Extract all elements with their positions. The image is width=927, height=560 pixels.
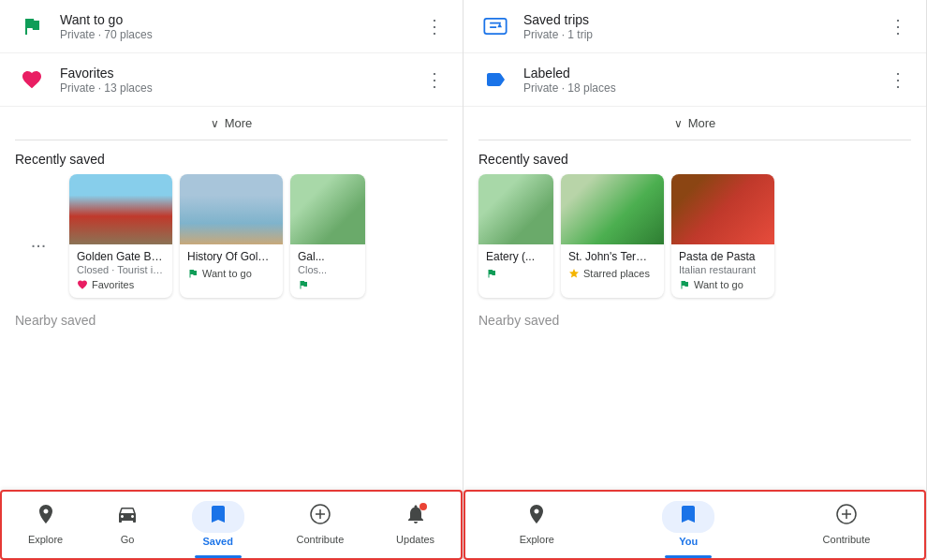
right-nav-explore[interactable]: Explore: [508, 499, 566, 549]
right-nav-you-label: You: [679, 536, 698, 547]
left-panel: Want to go Private · 70 places ⋮ Favorit…: [0, 0, 464, 560]
left-card-golden-gate[interactable]: Golden Gate Bridge... Closed · Tourist i…: [69, 174, 172, 298]
right-contribute-icon: [835, 503, 858, 531]
left-card-placeholder: ...: [15, 174, 62, 298]
pasta-title: Pasta de Pasta: [679, 250, 767, 263]
saved-trips-title: Saved trips: [523, 12, 885, 27]
eatery-title: Eatery (...: [486, 250, 546, 263]
want-to-go-more-icon[interactable]: ⋮: [421, 11, 448, 41]
saved-icon: [207, 503, 229, 531]
golden-gate-title: Golden Gate Bridge...: [77, 250, 165, 263]
contribute-icon: [309, 503, 331, 531]
want-to-go-subtitle: Private · 70 places: [60, 28, 421, 41]
want-to-go-title: Want to go: [60, 12, 421, 27]
left-content: Want to go Private · 70 places ⋮ Favorit…: [0, 0, 463, 490]
labeled-icon: [478, 63, 512, 96]
history-title: History Of Golden G...: [187, 250, 275, 263]
left-nav-explore-label: Explore: [28, 534, 63, 545]
gallery-title: Gal...: [298, 250, 358, 263]
st-johns-body: St. John's Terminal Starred places: [561, 244, 664, 287]
left-nav-saved-label: Saved: [203, 536, 233, 547]
right-card-eatery[interactable]: Eatery (...: [478, 174, 553, 298]
eatery-image: [478, 174, 553, 244]
left-more-label: More: [225, 116, 253, 130]
labeled-more-icon[interactable]: ⋮: [885, 65, 911, 95]
left-bottom-nav: Explore Go Saved Contribute: [0, 490, 463, 560]
right-cards-scroll: Eatery (... St. John's Terminal Starred …: [464, 174, 926, 305]
right-bottom-nav: Explore You Contribute: [464, 490, 926, 560]
saved-trips-item[interactable]: Saved trips Private · 1 trip ⋮: [464, 0, 926, 53]
st-johns-image: [561, 174, 664, 244]
st-johns-tag: Starred places: [568, 268, 656, 279]
left-more-chevron-icon: ∨: [211, 117, 219, 130]
saved-underline: [195, 555, 242, 558]
eatery-tag: [486, 268, 546, 279]
golden-gate-image: [69, 174, 172, 244]
right-nav-you[interactable]: You: [651, 497, 726, 551]
labeled-subtitle: Private · 18 places: [523, 81, 885, 95]
want-to-go-text: Want to go Private · 70 places: [60, 12, 421, 41]
right-more-chevron-icon: ∨: [674, 117, 683, 130]
st-johns-tag-label: Starred places: [583, 268, 650, 279]
pasta-tag: Want to go: [679, 279, 767, 290]
left-nav-explore[interactable]: Explore: [17, 499, 74, 549]
golden-gate-body: Golden Gate Bridge... Closed · Tourist i…: [69, 244, 172, 298]
pasta-tag-label: Want to go: [694, 279, 743, 290]
pasta-body: Pasta de Pasta Italian restaurant Want t…: [671, 244, 774, 298]
left-nearby-saved-partial: Nearby saved: [0, 305, 463, 332]
favorites-more-icon[interactable]: ⋮: [421, 65, 448, 95]
favorites-icon: [15, 63, 49, 96]
you-underline: [665, 555, 712, 558]
right-nav-contribute[interactable]: Contribute: [812, 499, 882, 549]
history-tag-label: Want to go: [202, 268, 252, 279]
right-nav-contribute-label: Contribute: [823, 534, 871, 545]
left-card-gallery[interactable]: Gal... Clos...: [290, 174, 365, 298]
want-to-go-icon: [15, 9, 49, 43]
golden-gate-tag: Favorites: [77, 279, 165, 290]
golden-gate-tag-label: Favorites: [92, 279, 134, 290]
left-card-history[interactable]: History Of Golden G... Want to go: [180, 174, 283, 298]
right-card-st-johns[interactable]: St. John's Terminal Starred places: [561, 174, 664, 298]
golden-gate-subtitle: Closed · Tourist informat...: [77, 264, 165, 275]
saved-trips-icon: [478, 9, 512, 43]
pasta-subtitle: Italian restaurant: [679, 264, 767, 275]
right-explore-icon: [525, 503, 548, 531]
pasta-image: [671, 174, 774, 244]
favorites-item[interactable]: Favorites Private · 13 places ⋮: [0, 53, 463, 107]
right-panel: Saved trips Private · 1 trip ⋮ Labeled P…: [464, 0, 927, 560]
labeled-text: Labeled Private · 18 places: [523, 66, 885, 95]
favorites-subtitle: Private · 13 places: [60, 81, 421, 95]
left-cards-scroll: ... Golden Gate Bridge... Closed · Touri…: [0, 174, 463, 305]
saved-active-bg: [192, 501, 244, 533]
right-card-pasta[interactable]: Pasta de Pasta Italian restaurant Want t…: [671, 174, 774, 298]
left-nav-updates-label: Updates: [396, 534, 434, 545]
gallery-subtitle: Clos...: [298, 264, 358, 275]
history-body: History Of Golden G... Want to go: [180, 244, 283, 287]
svg-rect-1: [484, 19, 506, 34]
right-more-label: More: [688, 116, 716, 130]
right-nearby-saved-partial: Nearby saved: [464, 305, 926, 332]
left-nav-contribute-label: Contribute: [297, 534, 345, 545]
left-nav-saved[interactable]: Saved: [181, 497, 256, 551]
saved-trips-subtitle: Private · 1 trip: [523, 28, 885, 41]
favorites-title: Favorites: [60, 66, 421, 81]
gallery-image: [290, 174, 365, 244]
left-nav-updates[interactable]: Updates: [385, 499, 446, 549]
right-recently-saved-title: Recently saved: [464, 140, 926, 174]
left-nav-contribute[interactable]: Contribute: [286, 499, 356, 549]
right-nav-explore-label: Explore: [520, 534, 554, 545]
you-active-bg: [662, 501, 714, 533]
left-nav-go-label: Go: [121, 534, 135, 545]
right-more-button[interactable]: ∨ More: [464, 107, 926, 140]
want-to-go-item[interactable]: Want to go Private · 70 places ⋮: [0, 0, 463, 53]
eatery-body: Eatery (...: [478, 244, 553, 287]
go-icon: [116, 503, 139, 531]
saved-trips-more-icon[interactable]: ⋮: [885, 11, 911, 41]
history-tag: Want to go: [187, 268, 275, 279]
explore-icon: [35, 503, 57, 531]
favorites-text: Favorites Private · 13 places: [60, 66, 421, 95]
labeled-item[interactable]: Labeled Private · 18 places ⋮: [464, 53, 926, 107]
right-content: Saved trips Private · 1 trip ⋮ Labeled P…: [464, 0, 926, 490]
left-more-button[interactable]: ∨ More: [0, 107, 463, 140]
left-nav-go[interactable]: Go: [104, 499, 151, 549]
